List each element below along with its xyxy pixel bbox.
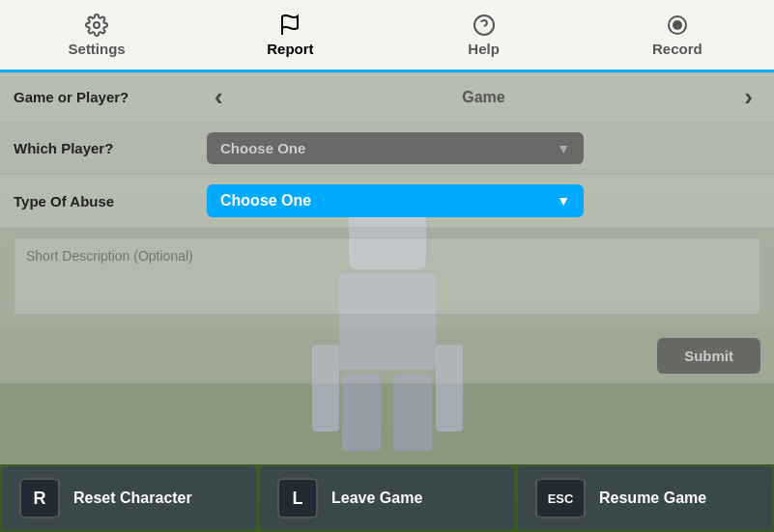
reset-key: R: [34, 489, 46, 509]
which-player-select[interactable]: Choose One ▼: [207, 132, 584, 164]
next-arrow-button[interactable]: ›: [736, 82, 760, 112]
nav-help-label: Help: [468, 41, 500, 57]
resume-key: ESC: [548, 491, 574, 506]
leave-label: Leave Game: [331, 490, 422, 507]
submit-row: Submit: [0, 328, 774, 383]
leave-key-badge: L: [277, 478, 318, 518]
prev-arrow-button[interactable]: ‹: [207, 82, 231, 112]
chevron-down-icon: ▼: [557, 141, 570, 156]
form-area: Game or Player? ‹ Game › Which Player? C…: [0, 72, 774, 464]
svg-point-0: [94, 22, 100, 28]
submit-button[interactable]: Submit: [657, 338, 760, 374]
top-nav: Settings Report Help Record: [0, 0, 774, 72]
bottom-bar: R Reset Character L Leave Game ESC Resum…: [0, 464, 774, 532]
which-player-placeholder: Choose One: [220, 140, 305, 156]
game-or-player-row: Game or Player? ‹ Game ›: [0, 72, 774, 123]
game-or-player-control: ‹ Game ›: [207, 82, 760, 112]
nav-settings[interactable]: Settings: [0, 0, 193, 72]
game-or-player-label: Game or Player?: [14, 89, 207, 105]
game-value: Game: [462, 89, 504, 106]
type-of-abuse-label: Type Of Abuse: [14, 193, 207, 210]
question-icon: [473, 14, 496, 37]
which-player-label: Which Player?: [14, 140, 207, 156]
description-row: [0, 228, 774, 328]
type-of-abuse-row: Type Of Abuse Choose One ▼: [0, 175, 774, 228]
reset-key-badge: R: [19, 478, 60, 518]
leave-game-button[interactable]: L Leave Game: [260, 466, 514, 530]
nav-help[interactable]: Help: [387, 0, 581, 72]
nav-record-label: Record: [652, 41, 702, 57]
nav-settings-label: Settings: [69, 41, 126, 57]
reset-label: Reset Character: [73, 490, 192, 507]
leave-key: L: [293, 489, 303, 509]
resume-label: Resume Game: [599, 490, 706, 507]
nav-report-label: Report: [267, 41, 313, 57]
gear-icon: [85, 14, 108, 37]
type-of-abuse-placeholder: Choose One: [220, 192, 311, 210]
resume-key-badge: ESC: [535, 478, 586, 518]
svg-point-5: [674, 21, 681, 29]
description-input[interactable]: [14, 238, 760, 315]
which-player-row: Which Player? Choose One ▼: [0, 123, 774, 175]
nav-record[interactable]: Record: [581, 0, 774, 72]
record-icon: [666, 14, 689, 37]
nav-report[interactable]: Report: [193, 0, 387, 72]
flag-icon: [278, 14, 301, 37]
reset-character-button[interactable]: R Reset Character: [2, 466, 256, 530]
ui-overlay: Settings Report Help Record: [0, 0, 774, 532]
type-of-abuse-select[interactable]: Choose One ▼: [207, 184, 584, 217]
resume-game-button[interactable]: ESC Resume Game: [518, 466, 772, 530]
chevron-down-blue-icon: ▼: [557, 193, 570, 209]
